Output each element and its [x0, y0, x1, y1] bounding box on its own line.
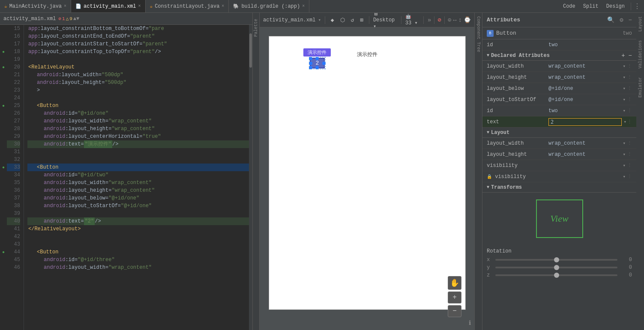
resize-handle-mr[interactable] — [322, 62, 326, 65]
attr-id-dropdown[interactable]: ▾ — [623, 108, 626, 114]
declared-attrs-header[interactable]: ▼ Declared Attributes + − — [482, 51, 636, 61]
attr-lw-layout-more[interactable]: ⋮ — [627, 140, 632, 146]
blueprint-mode-icon[interactable]: ⬡ — [338, 16, 347, 24]
attr-lb-more[interactable]: ⋮ — [627, 86, 632, 91]
canvas-button-2-wrapper[interactable]: 演示控件 2 — [310, 58, 325, 68]
expand-toolbar-btn[interactable]: » — [428, 17, 431, 24]
api-dropdown[interactable]: 🤖 33 ▾ — [405, 14, 419, 26]
java-icon: ☕ — [4, 3, 7, 9]
attr-vis-lock-dropdown[interactable]: ▾ — [623, 174, 626, 179]
rotation-x-thumb[interactable] — [554, 257, 559, 262]
layout-icon[interactable]: ⊞ — [358, 16, 365, 24]
resize-handle-bl[interactable] — [309, 66, 312, 69]
design-canvas-area[interactable]: 演示控件 演示控件 2 — [260, 27, 474, 330]
dropdown-arrow-filename[interactable]: ▾ — [318, 17, 321, 23]
overflow-menu[interactable]: ⋮ — [634, 2, 641, 11]
hand-tool-btn[interactable]: ✋ — [448, 276, 461, 290]
tab-activity-main-xml[interactable]: 📄 activity_main.xml × — [71, 0, 145, 12]
close-tab-build-gradle[interactable]: × — [302, 4, 305, 9]
attr-row-layout-height-decl: layout_height wrap_content ▾ ⋮ — [482, 72, 636, 83]
close-tab-activity-main-xml[interactable]: × — [138, 4, 141, 9]
design-view-btn[interactable]: Design — [603, 3, 628, 10]
device-dropdown[interactable]: 🖥 Desktop ▾ — [373, 13, 397, 30]
attr-lh-layout-dropdown[interactable]: ▾ — [623, 152, 626, 158]
layout-side-tab[interactable]: Layout — [638, 16, 643, 32]
attr-text-input[interactable] — [548, 118, 622, 126]
attr-id-more[interactable]: ⋮ — [627, 108, 632, 113]
rotation-z-slider[interactable] — [495, 274, 617, 276]
attr-row-text: text ▾ ⋮ — [482, 116, 636, 128]
rotation-y-slider[interactable] — [495, 267, 617, 268]
resize-handle-tl[interactable] — [309, 57, 312, 60]
warning-count: 9 — [69, 16, 72, 21]
live-mode-icon[interactable]: ⌚ — [464, 16, 471, 24]
resize-handle-tm[interactable] — [315, 57, 319, 60]
error-expand-btn[interactable]: ▲▼ — [73, 16, 79, 22]
transforms-section-header[interactable]: ▼ Transforms — [482, 182, 636, 193]
error-icon: ⊘ — [58, 16, 61, 21]
zoom-in-icon[interactable]: ↔ — [453, 17, 456, 24]
rotation-z-thumb[interactable] — [554, 273, 559, 278]
tab-label-constraint-layout: ConstraintLayout.java — [155, 3, 219, 9]
attr-lh-layout-more[interactable]: ⋮ — [627, 152, 632, 157]
rotation-section: Rotation x 0 y 0 — [482, 245, 636, 283]
zoom-out-btn[interactable]: − — [448, 305, 461, 317]
zoom-height-icon[interactable]: ↕ — [458, 17, 462, 24]
attr-vis-dropdown[interactable]: ▾ — [623, 163, 626, 168]
tab-main-activity[interactable]: ☕ MainActivity.java × — [0, 0, 71, 12]
component-tree-tab[interactable]: Component Tree — [474, 13, 482, 330]
layout-section-header[interactable]: ▼ Layout — [482, 128, 636, 138]
attr-lw-more[interactable]: ⋮ — [627, 63, 632, 69]
canvas-button-2[interactable]: 2 — [310, 58, 325, 68]
gradle-icon: 🐘 — [233, 3, 239, 9]
emulator-side-tab[interactable]: Emulator — [638, 77, 643, 98]
tab-build-gradle[interactable]: 🐘 build.gradle (:app) × — [229, 0, 309, 12]
attr-close-btn[interactable]: − — [629, 17, 632, 24]
attr-text-dropdown[interactable]: ▾ — [623, 119, 626, 125]
attr-lw-dropdown[interactable]: ▾ — [623, 63, 626, 69]
attr-lh-more[interactable]: ⋮ — [627, 74, 632, 80]
rotation-y-thumb[interactable] — [554, 265, 559, 270]
transforms-title: Transforms — [491, 184, 522, 190]
attr-settings-btn[interactable]: ⚙ — [620, 16, 623, 24]
attr-lts-dropdown[interactable]: ▾ — [623, 97, 626, 103]
validations-side-tab[interactable]: Validations — [638, 40, 643, 68]
attr-search-btn[interactable]: 🔍 — [607, 16, 614, 24]
tab-constraint-layout[interactable]: ☕ ConstraintLayout.java × — [146, 0, 229, 12]
resize-handle-bm[interactable] — [315, 66, 319, 69]
palette-sidebar: Palette — [253, 13, 260, 330]
view-preview-label: View — [550, 213, 568, 224]
code-text-area[interactable]: app:layout_constraintBottom_toBottomOf="… — [24, 25, 249, 330]
scroll-thumb[interactable] — [249, 33, 252, 68]
editor-scrollbar[interactable] — [249, 25, 252, 330]
attr-lw-layout-dropdown[interactable]: ▾ — [623, 140, 626, 146]
api-dropdown-arrow[interactable]: ▾ — [414, 20, 417, 26]
attributes-panel: Attributes 🔍 ⚙ − B Button two id two ▼ D… — [482, 13, 636, 330]
attr-id-decl-text: two — [548, 108, 558, 114]
attr-vis-more[interactable]: ⋮ — [627, 163, 632, 168]
declared-attrs-add-btn[interactable]: + — [621, 52, 625, 59]
declared-attrs-remove-btn[interactable]: − — [629, 52, 632, 59]
resize-handle-ml[interactable] — [309, 62, 312, 65]
attr-lts-more[interactable]: ⋮ — [627, 97, 632, 102]
code-line-17: app:layout_constraintStart_toStartOf="pa… — [27, 40, 249, 48]
attr-lb-text: @+id/one — [548, 86, 573, 92]
design-mode-icon[interactable]: ◆ — [329, 16, 336, 24]
attr-vis-lock-more[interactable]: ⋮ — [627, 174, 632, 179]
code-view-btn[interactable]: Code — [560, 3, 579, 10]
refresh-icon[interactable]: ↺ — [349, 16, 356, 24]
rotation-x-slider[interactable] — [495, 259, 617, 261]
attr-text-more[interactable]: ⋮ — [627, 119, 632, 125]
close-tab-main-activity[interactable]: × — [64, 4, 66, 9]
phone-frame: 演示控件 演示控件 2 — [269, 36, 466, 310]
error-indicator-design[interactable]: ⊘ — [437, 16, 441, 24]
split-view-btn[interactable]: Split — [580, 3, 602, 10]
zoom-in-btn[interactable]: + — [448, 291, 461, 303]
attr-lh-dropdown[interactable]: ▾ — [623, 74, 626, 80]
zoom-fit-icon[interactable]: ⊙ — [448, 16, 451, 24]
attr-lb-dropdown[interactable]: ▾ — [623, 86, 626, 92]
design-view: activity_main.xml ▾ ◆ ⬡ ↺ ⊞ 🖥 Desktop ▾ … — [260, 13, 474, 330]
rotation-row-z: z 0 — [487, 272, 632, 278]
canvas-info-btn[interactable]: ℹ — [469, 319, 471, 327]
close-tab-constraint-layout[interactable]: × — [222, 4, 224, 9]
